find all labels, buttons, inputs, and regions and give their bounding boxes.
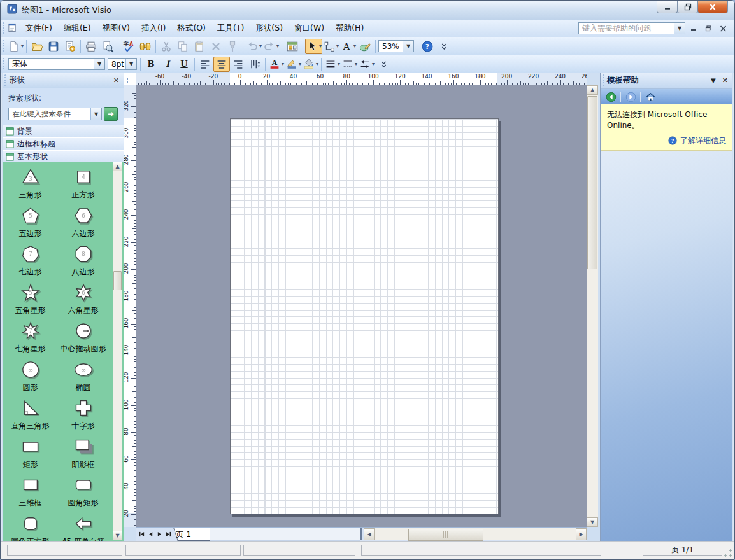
dropdown-arrow-icon[interactable]: ▾ [338,61,340,67]
print-button[interactable] [83,39,99,54]
shape-search-input[interactable]: 在此键入搜索条件 ▼ [8,108,102,120]
toolbar-options-button[interactable] [375,57,392,72]
ink-tool-button[interactable] [357,39,373,54]
learn-more-link[interactable]: 了解详细信息 [680,136,726,146]
last-page-button[interactable] [164,529,173,539]
shape-search-go-button[interactable]: ➜ [104,107,118,121]
menu-item-8[interactable]: 帮助(H) [330,21,369,34]
zoom-dropdown-icon[interactable]: ▼ [403,41,413,52]
line-ends-button[interactable]: ▾ [358,57,375,72]
help-button[interactable]: ? [419,39,436,54]
dropdown-arrow-icon[interactable]: ▾ [282,61,284,67]
stencil-category-1[interactable]: 边框和标题 [3,137,124,150]
stencil-shape-hexagon[interactable]: 6六边形 [57,205,110,244]
line-weight-button[interactable]: ▾ [324,57,341,72]
italic-button[interactable]: I [159,57,176,72]
home-button[interactable] [644,90,657,103]
font-name-dropdown-icon[interactable]: ▼ [94,59,104,69]
minimize-button[interactable] [657,1,678,13]
dropdown-arrow-icon[interactable]: ▾ [353,43,356,49]
next-page-button[interactable] [155,529,164,539]
toolbar-drag-handle[interactable] [3,58,4,70]
menu-item-3[interactable]: 插入(I) [136,21,171,34]
page-tab-label[interactable]: 页-1 [176,529,191,540]
stencil-shape-star6[interactable]: 6六角星形 [57,282,110,321]
canvas-vertical-scrollbar[interactable]: ▲ ▼ [587,85,598,527]
save-button[interactable] [45,39,62,54]
dropdown-arrow-icon[interactable]: ▾ [316,61,318,67]
underline-button[interactable]: U [176,57,192,72]
shape-search-dropdown-icon[interactable]: ▼ [90,108,101,120]
stencil-shape-rounded-square[interactable]: 圆角正方形 [4,513,57,542]
drawing-explorer-button[interactable] [284,39,301,54]
align-left-button[interactable] [197,57,213,72]
dropdown-arrow-icon[interactable]: ▾ [259,43,262,49]
toolbar-options-button[interactable] [436,39,452,54]
pane-menu-dropdown-icon[interactable]: ▼ [711,77,716,84]
print-preview-button[interactable] [99,39,116,54]
restore-button[interactable] [677,1,698,13]
first-page-button[interactable] [137,529,146,539]
pointer-tool-button[interactable]: ▾ [305,39,322,54]
previous-page-button[interactable] [146,529,155,539]
help-search-dropdown-icon[interactable]: ▼ [674,23,685,34]
stencil-scrollbar[interactable]: ▲ ▼ [113,162,122,540]
tab-strip-splitter[interactable] [360,528,362,540]
stencil-shape-circle[interactable]: ∞圆形 [4,359,57,398]
shape-search-button[interactable] [137,39,153,54]
close-button[interactable] [697,1,728,13]
dropdown-arrow-icon[interactable]: ▾ [336,43,339,49]
dropdown-arrow-icon[interactable]: ▾ [21,43,24,49]
toolbar-drag-handle[interactable] [3,40,4,52]
text-tool-button[interactable]: A▾ [339,39,357,54]
stencil-shape-octagon[interactable]: 8八边形 [57,243,110,282]
stencil-shape-rounded-rect[interactable]: 圆角矩形 [57,474,110,513]
stencil-shape-cross[interactable]: 十字形 [57,397,110,436]
stencil-shape-shadow-box[interactable]: 阴影框 [57,436,110,475]
menu-item-7[interactable]: 窗口(W) [289,21,330,34]
connector-tool-button[interactable]: ▾ [322,39,339,54]
stencil-shape-square[interactable]: 4正方形 [57,166,110,205]
align-right-button[interactable] [230,57,246,72]
zoom-combobox[interactable]: 53%▼ [378,40,414,52]
font-size-dropdown-icon[interactable]: ▼ [125,59,136,69]
dropdown-arrow-icon[interactable]: ▾ [372,61,375,67]
stencil-shape-circle-arrow[interactable]: 中心拖动圆形 [57,320,110,359]
font-size-combobox[interactable]: 8pt▼ [108,58,137,70]
scroll-up-button[interactable]: ▲ [587,85,598,95]
stencil-shape-rectangle[interactable]: 矩形 [4,436,57,475]
scroll-left-button[interactable]: ◀ [364,528,375,540]
back-button[interactable] [604,90,617,103]
shapes-pane-close-icon[interactable]: ✕ [113,76,119,85]
font-name-combobox[interactable]: 宋体▼ [8,58,105,70]
stencil-shape-heptagon[interactable]: 7七边形 [4,243,57,282]
line-color-button[interactable]: ▾ [285,57,302,72]
menu-item-5[interactable]: 工具(T) [211,21,250,34]
stencil-shape-star7[interactable]: 7七角星形 [4,320,57,359]
line-pattern-button[interactable]: ▾ [341,57,358,72]
menu-item-1[interactable]: 编辑(E) [58,21,97,34]
canvas-horizontal-scrollbar[interactable]: ◀ ▶ [364,528,587,540]
permission-button[interactable] [62,39,78,54]
doc-restore-button[interactable] [703,23,715,34]
menu-item-2[interactable]: 视图(V) [97,21,136,34]
help-search-box[interactable]: 键入需要帮助的问题 ▼ [578,22,685,34]
stencil-shape-arrow-left[interactable]: 45 度单向箭 [57,513,110,542]
scroll-right-button[interactable]: ▶ [576,528,587,540]
dropdown-arrow-icon[interactable]: ▾ [355,61,357,67]
pane-drag-handle[interactable] [603,74,604,87]
doc-close-button[interactable] [717,23,729,34]
stencil-category-2[interactable]: 基本形状 [3,150,124,163]
stencil-shape-star5[interactable]: 5五角星形 [4,282,57,321]
stencil-shape-pentagon[interactable]: 5五边形 [4,205,57,244]
text-block-align-button[interactable] [246,57,263,72]
drawing-page[interactable] [230,118,499,514]
pane-close-icon[interactable]: ✕ [722,76,728,85]
scroll-down-button[interactable]: ▼ [587,517,598,527]
fill-color-button[interactable]: ▾ [302,57,319,72]
menu-item-0[interactable]: 文件(F) [20,21,58,34]
spelling-button[interactable]: 字A [120,39,137,54]
scroll-down-button[interactable]: ▼ [113,531,122,540]
dropdown-arrow-icon[interactable]: ▾ [276,43,279,49]
scroll-up-button[interactable]: ▲ [113,162,122,171]
